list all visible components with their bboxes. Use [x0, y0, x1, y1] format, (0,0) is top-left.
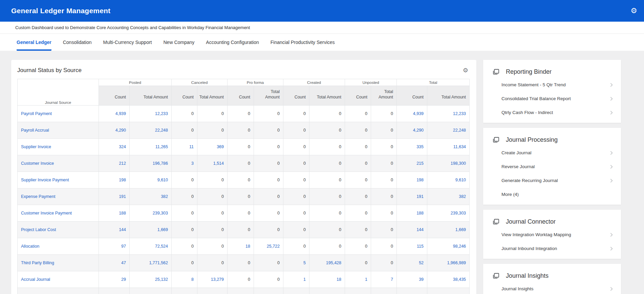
- value-link[interactable]: 144: [416, 227, 424, 232]
- value-cell: 1,771,562: [130, 255, 172, 271]
- journal-source-link[interactable]: Customer Invoice: [21, 161, 54, 166]
- value-link[interactable]: 4,290: [413, 128, 424, 133]
- value-link[interactable]: 9,610: [455, 178, 466, 182]
- value-link[interactable]: 11,634: [453, 144, 466, 149]
- value-cell: 0: [197, 122, 228, 139]
- value-link[interactable]: 188: [416, 211, 424, 216]
- value-link[interactable]: 11: [189, 144, 194, 149]
- value-link[interactable]: 239,303: [153, 211, 168, 216]
- value-link[interactable]: 12,233: [453, 111, 466, 116]
- value-link[interactable]: 369: [217, 144, 224, 149]
- value-link[interactable]: 1: [365, 277, 367, 282]
- value-cell: 0: [254, 106, 283, 122]
- worklet-title: Reporting Binder: [506, 68, 552, 75]
- value-link[interactable]: 191: [119, 194, 126, 199]
- value-link[interactable]: 3: [191, 161, 194, 166]
- value-link[interactable]: 22,248: [155, 128, 168, 133]
- menu-item-view-integration-worktag-mapping[interactable]: View Integration Worktag Mapping: [483, 228, 621, 242]
- value-link[interactable]: 239,303: [451, 211, 466, 216]
- value-cell: 0: [254, 172, 283, 188]
- sub-header-total-amount: Total Amount: [427, 86, 470, 106]
- menu-item-income-statement-5-qtr-trend[interactable]: Income Statement - 5 Qtr Trend: [483, 78, 621, 92]
- value-link[interactable]: 9,610: [157, 178, 168, 182]
- value-link[interactable]: 1,669: [157, 227, 168, 232]
- value-link[interactable]: 8: [191, 277, 194, 282]
- journal-source-link[interactable]: Customer Invoice Payment: [21, 211, 72, 216]
- menu-item-generate-recurring-journal[interactable]: Generate Recurring Journal: [483, 174, 621, 187]
- menu-item-journal-inbound-integration[interactable]: Journal Inbound Integration: [483, 242, 621, 255]
- menu-item-more-4-[interactable]: More (4): [483, 187, 621, 201]
- tab-financial-productivity-services[interactable]: Financial Productivity Services: [271, 34, 335, 51]
- value-link[interactable]: 115: [417, 244, 424, 249]
- value-link[interactable]: 196,786: [153, 161, 168, 166]
- value-link[interactable]: 212: [119, 161, 126, 166]
- value-link[interactable]: 29: [121, 277, 126, 282]
- journal-source-link[interactable]: Payroll Payment: [21, 111, 52, 116]
- journal-source-link[interactable]: Payroll Accrual: [21, 128, 49, 133]
- settings-gear-icon[interactable]: ⚙: [630, 7, 637, 15]
- value-link[interactable]: 188: [119, 211, 126, 216]
- journal-source-link[interactable]: Supplier Invoice: [21, 144, 51, 149]
- journal-source-link[interactable]: Expense Payment: [21, 194, 55, 199]
- value-link[interactable]: 72,524: [155, 244, 168, 249]
- value-link[interactable]: 4,939: [413, 111, 424, 116]
- value-link[interactable]: 39: [419, 277, 424, 282]
- journal-source-link[interactable]: Third Party Billing: [21, 261, 54, 265]
- menu-item-qtrly-cash-flow-indirect[interactable]: Qtrly Cash Flow - Indirect: [483, 106, 621, 119]
- tab-consolidation[interactable]: Consolidation: [63, 34, 92, 51]
- journal-source-link[interactable]: Allocation: [21, 244, 39, 249]
- value-link[interactable]: 198: [416, 178, 424, 182]
- menu-item-consolidated-trial-balance-report[interactable]: Consolidated Trial Balance Report: [483, 92, 621, 106]
- menu-item-create-journal[interactable]: Create Journal: [483, 146, 621, 160]
- tab-accounting-configuration[interactable]: Accounting Configuration: [206, 34, 259, 51]
- value-cell: 115: [397, 238, 427, 255]
- value-link[interactable]: 38,435: [453, 277, 466, 282]
- value-cell: 0: [197, 255, 228, 271]
- value-link[interactable]: 1,669: [455, 227, 466, 232]
- value-link[interactable]: 144: [119, 227, 126, 232]
- value-link[interactable]: 4,290: [115, 128, 126, 133]
- value-cell: 0: [283, 155, 309, 172]
- menu-item-reverse-journal[interactable]: Reverse Journal: [483, 160, 621, 174]
- value-link[interactable]: 191: [416, 194, 424, 199]
- value-link[interactable]: 18: [337, 277, 341, 282]
- panel-gear-icon[interactable]: ⚙: [463, 67, 468, 74]
- value-link[interactable]: 1,771,562: [149, 261, 168, 265]
- value-link[interactable]: 18: [245, 244, 250, 249]
- tab-general-ledger[interactable]: General Ledger: [17, 34, 51, 51]
- menu-item-journal-insights[interactable]: Journal Insights: [483, 282, 621, 294]
- journal-source-link[interactable]: Accrual Journal: [21, 277, 50, 282]
- value-link[interactable]: 324: [119, 144, 126, 149]
- value-link[interactable]: 1,966,989: [447, 261, 466, 265]
- value-link[interactable]: 25,132: [155, 277, 168, 282]
- value-link[interactable]: 382: [161, 194, 168, 199]
- value-link[interactable]: 98,246: [453, 244, 466, 249]
- journal-source-link[interactable]: Supplier Invoice Payment: [21, 178, 69, 182]
- value-link[interactable]: 1,514: [213, 161, 224, 166]
- value-link[interactable]: 195,428: [326, 261, 341, 265]
- value-link[interactable]: 11,265: [155, 144, 168, 149]
- value-link[interactable]: 382: [459, 194, 466, 199]
- value-link[interactable]: 52: [419, 261, 424, 265]
- value-link[interactable]: 1: [303, 277, 306, 282]
- value-link[interactable]: 25,722: [267, 244, 280, 249]
- value-cell: 0: [228, 222, 254, 238]
- value-link[interactable]: 7: [391, 277, 393, 282]
- value-link[interactable]: 5: [303, 261, 306, 265]
- group-header-canceled: Canceled: [172, 79, 228, 86]
- value-link[interactable]: 97: [121, 244, 126, 249]
- tab-new-company[interactable]: New Company: [163, 34, 194, 51]
- value-link[interactable]: 215: [416, 161, 424, 166]
- value-link[interactable]: 12,233: [155, 111, 168, 116]
- value-link[interactable]: 198: [119, 178, 126, 182]
- value-link[interactable]: 47: [121, 261, 126, 265]
- value-link[interactable]: 13,279: [211, 277, 224, 282]
- tab-multi-currency-support[interactable]: Multi-Currency Support: [103, 34, 152, 51]
- value-link[interactable]: 335: [416, 144, 424, 149]
- journal-source-link[interactable]: Project Labor Cost: [21, 227, 56, 232]
- value-link[interactable]: 22,248: [453, 128, 466, 133]
- journal-source-cell: Supplier Invoice Payment: [18, 172, 99, 188]
- value-link[interactable]: 198,300: [451, 161, 466, 166]
- value-link[interactable]: 4,939: [115, 111, 126, 116]
- value-cell: 0: [371, 122, 397, 139]
